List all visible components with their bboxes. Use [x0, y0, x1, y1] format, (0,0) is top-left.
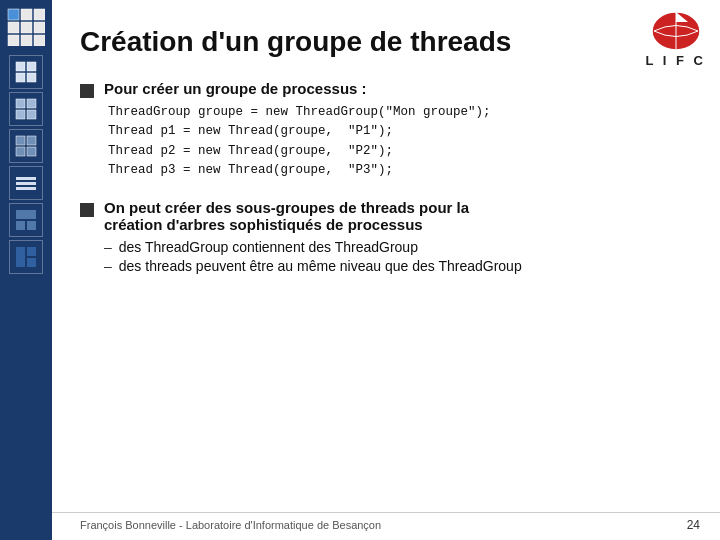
section-2-content: On peut créer des sous-groupes de thread… [104, 199, 700, 277]
svg-rect-10 [27, 62, 36, 71]
code-line-2: Thread p1 = new Thread(groupe, "P1"); [108, 122, 700, 141]
svg-rect-21 [16, 177, 36, 180]
svg-rect-25 [16, 221, 25, 230]
svg-rect-24 [16, 210, 36, 219]
sub-bullet-1: – [104, 239, 112, 255]
svg-rect-26 [27, 221, 36, 230]
bullet-1 [80, 84, 94, 98]
svg-rect-1 [21, 9, 32, 20]
sidebar-icon-1[interactable] [9, 55, 43, 89]
footer-credit: François Bonneville - Laboratoire d'Info… [80, 519, 381, 531]
code-line-4: Thread p3 = new Thread(groupe, "P3"); [108, 161, 700, 180]
svg-rect-11 [16, 73, 25, 82]
svg-rect-9 [16, 62, 25, 71]
page-title: Création d'un groupe de threads [80, 26, 700, 58]
svg-rect-2 [34, 9, 45, 20]
sub-bullet-2: – [104, 258, 112, 274]
main-content: Création d'un groupe de threads Pour cré… [52, 0, 720, 540]
footer: François Bonneville - Laboratoire d'Info… [52, 512, 720, 532]
svg-rect-8 [34, 35, 45, 46]
sidebar-icon-4[interactable] [9, 166, 43, 200]
svg-rect-18 [27, 136, 36, 145]
footer-page: 24 [687, 518, 700, 532]
section-1-heading: Pour créer un groupe de processus : [104, 80, 700, 97]
sub-list-item-1: – des ThreadGroup contiennent des Thread… [104, 239, 700, 255]
code-line-1: ThreadGroup groupe = new ThreadGroup("Mo… [108, 103, 700, 122]
sidebar-icon-5[interactable] [9, 203, 43, 237]
section-1-content: Pour créer un groupe de processus : Thre… [104, 80, 700, 181]
section-1: Pour créer un groupe de processus : Thre… [80, 80, 700, 181]
svg-rect-13 [16, 99, 25, 108]
code-line-3: Thread p2 = new Thread(groupe, "P2"); [108, 142, 700, 161]
section-2-heading-normal: On peut créer des sous-groupes de thread… [104, 199, 469, 216]
svg-rect-15 [16, 110, 25, 119]
sidebar-icon-2[interactable] [9, 92, 43, 126]
sidebar [0, 0, 52, 540]
svg-rect-29 [27, 258, 36, 267]
bullet-2 [80, 203, 94, 217]
section-2-heading: On peut créer des sous-groupes de thread… [104, 199, 700, 233]
svg-rect-4 [21, 22, 32, 33]
section-2-heading-bold: création d'arbres sophistiqués de proces… [104, 216, 423, 233]
svg-rect-6 [8, 35, 19, 46]
svg-rect-12 [27, 73, 36, 82]
sub-list-text-1: des ThreadGroup contiennent des ThreadGr… [119, 239, 418, 255]
svg-rect-0 [8, 9, 19, 20]
svg-rect-27 [16, 247, 25, 267]
svg-rect-7 [21, 35, 32, 46]
svg-rect-23 [16, 187, 36, 190]
sub-list-item-2: – des threads peuvent être au même nivea… [104, 258, 700, 274]
sub-list-text-2: des threads peuvent être au même niveau … [119, 258, 522, 274]
svg-rect-14 [27, 99, 36, 108]
section-2: On peut créer des sous-groupes de thread… [80, 199, 700, 277]
code-block: ThreadGroup groupe = new ThreadGroup("Mo… [108, 103, 700, 181]
sidebar-icon-6[interactable] [9, 240, 43, 274]
sidebar-icon-3[interactable] [9, 129, 43, 163]
svg-rect-28 [27, 247, 36, 256]
svg-rect-17 [16, 136, 25, 145]
svg-rect-19 [16, 147, 25, 156]
svg-rect-5 [34, 22, 45, 33]
svg-rect-22 [16, 182, 36, 185]
svg-rect-16 [27, 110, 36, 119]
svg-rect-20 [27, 147, 36, 156]
svg-rect-3 [8, 22, 19, 33]
university-logo [7, 8, 45, 46]
sub-list: – des ThreadGroup contiennent des Thread… [104, 239, 700, 274]
